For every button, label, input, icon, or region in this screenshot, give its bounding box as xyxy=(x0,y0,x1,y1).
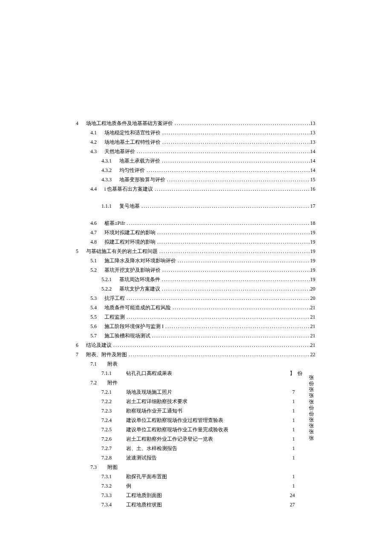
leader-dots xyxy=(176,257,310,264)
item-count: 1 xyxy=(286,454,295,462)
attachment-item: 7.1.1 钻孔孔口高程成果表 】 份 xyxy=(76,369,308,377)
toc-page-number: 19 xyxy=(310,266,315,274)
attachment-item: 7.3.3工程地质剖面图24 xyxy=(76,491,308,499)
leader-dots xyxy=(165,176,310,183)
leader-dots xyxy=(140,202,310,210)
toc-title: 建设单位工程勘察现场作业过程管理查验表 xyxy=(121,416,286,424)
toc-entry: 5.2基坑开挖支护及影响评价19 xyxy=(76,266,315,274)
toc-number: 7.2.2 xyxy=(76,398,121,405)
toc-title: 场地工程地质条件及地基基础方案评价 xyxy=(78,119,173,127)
section-7-3: 7.3 附图 xyxy=(76,463,308,471)
toc-entry: 4.2场地地基土工程特性评价13 xyxy=(76,138,315,146)
toc-title: 建设单位工程勘察现场作业工作量完成验收表 xyxy=(121,426,286,433)
toc-number: 4.4 xyxy=(90,185,97,193)
toc-page-number: 21 xyxy=(310,304,315,311)
toc-page-number: 13 xyxy=(310,138,315,146)
toc-title: 复号地基 xyxy=(112,202,140,210)
toc-page-number: 18 xyxy=(310,219,315,227)
toc-page-number: 19 xyxy=(310,238,315,246)
toc-entry: 5.7施工验槽和现场测试21 xyxy=(76,332,315,340)
toc-page-number: 14 xyxy=(310,166,315,174)
unit-char: 张 xyxy=(309,386,314,392)
attachment-item: 7.2.1场地及现场施工照片7 xyxy=(76,388,308,396)
toc-page-number: 16 xyxy=(310,185,315,193)
toc-number: 4.3 xyxy=(90,148,97,155)
leader-dots xyxy=(156,229,310,236)
toc-title: 工程监测 xyxy=(97,313,125,321)
toc-title: 勘探孔平面布置图 xyxy=(121,473,286,480)
item-count: 】 xyxy=(286,369,295,377)
toc-page-number: 19 xyxy=(310,229,315,236)
toc-number: 7.2.8 xyxy=(76,454,121,462)
toc-title: 抗浮工程 xyxy=(97,294,125,302)
toc-title: 场地及现场施工照片 xyxy=(121,388,286,396)
toc-number: 7.3.3 xyxy=(76,491,121,499)
toc-page-number: 21 xyxy=(310,323,315,330)
toc-title: 地基变形验算与评价 xyxy=(112,176,165,183)
attachment-item: 7.2.2岩土工程详细勘察技术要求1 xyxy=(76,398,308,405)
toc-number: 7.1 xyxy=(76,360,102,368)
toc-entry: 4.3.3地基变形验算与评价15 xyxy=(76,176,315,183)
toc-title: 岩土工程详细勘察技术要求 xyxy=(121,398,286,405)
toc-number: 4.6 xyxy=(90,219,97,227)
toc-number: 4.3.2 xyxy=(101,166,112,174)
toc-title: 基坑支护方案建议 xyxy=(112,285,160,293)
toc-title: 附表 xyxy=(102,360,118,368)
section-7-1: 7.1 附表 xyxy=(76,360,308,368)
leader-dots xyxy=(145,166,310,174)
toc-title: 地基土承载力评价 xyxy=(112,157,160,165)
attachment-item: 7.2.5建设单位工程勘察现场作业工作量完成验收表1 xyxy=(76,426,308,433)
leader-dots xyxy=(153,185,310,193)
unit-char: 张 xyxy=(309,375,314,381)
toc-title: 附图 xyxy=(102,463,118,471)
toc-entry: 5与基础施工有关的岩土工程问题19 xyxy=(76,247,315,255)
toc-page-number: 14 xyxy=(310,148,315,155)
toc-page-number: 19 xyxy=(310,247,315,255)
attachment-item: 7.2.8波速测试报告1 xyxy=(76,454,308,462)
attachment-item: 7.3.2例1 xyxy=(76,482,308,490)
leader-dots xyxy=(161,138,310,146)
toc-number: 7.3 xyxy=(76,463,102,471)
leader-dots xyxy=(171,304,310,311)
leader-dots xyxy=(156,238,310,246)
leader-dots xyxy=(125,313,310,321)
leader-dots xyxy=(173,119,310,127)
toc-entry: 5.2.1基坑周边环境条件19 xyxy=(76,276,315,283)
unit-char: 张 xyxy=(309,417,314,423)
toc-title: 天然地基评价 xyxy=(97,148,135,155)
item-count: 27 xyxy=(286,501,295,509)
toc-title: 场地地基土工程特性评价 xyxy=(97,138,161,146)
unit-char: 张 xyxy=(309,435,314,441)
toc-entry: 5.4地质条件可能造成的工程风险21 xyxy=(76,304,315,311)
toc-title: 施工验槽和现场测试 xyxy=(97,332,150,340)
toc-entry: 4.3.2均匀性评价14 xyxy=(76,166,315,174)
toc-entry: 4.1场地稳定性和适宜性评价13 xyxy=(76,129,315,137)
toc-entry: 5.3抗浮工程20 xyxy=(76,294,315,302)
toc-number: 4.2 xyxy=(90,138,97,146)
toc-page-number: 21 xyxy=(310,341,315,349)
attachment-item: 7.2.4建设单位工程勘察现场作业过程管理查验表1 xyxy=(76,416,308,424)
leader-dots xyxy=(164,323,310,330)
toc-title: 勘察现场作业开工通知书 xyxy=(121,407,286,415)
item-count: 1 xyxy=(286,482,295,490)
attachment-item: 7.3.1勘探孔平面布置图1 xyxy=(76,473,308,480)
toc-number: 5.4 xyxy=(90,304,97,311)
toc-number: 7.2.5 xyxy=(76,426,121,433)
toc-title: 波速测试报告 xyxy=(121,454,286,462)
toc-entry: 6结论及建议21 xyxy=(76,341,315,349)
toc-title: 结论及建议 xyxy=(78,341,112,349)
leader-dots xyxy=(125,294,310,302)
leader-dots xyxy=(150,332,310,340)
toc-number: 7.2.4 xyxy=(76,416,121,424)
unit-char: 份 xyxy=(309,405,314,411)
leader-dots xyxy=(160,276,310,283)
toc-title: 基坑开挖支护及影响评价 xyxy=(97,266,161,274)
unit-char: 张 xyxy=(309,399,314,405)
toc-entry: 4.3天然地基评价14 xyxy=(76,148,315,155)
toc-entry: 5.1施工降水及降水对环境影响评价19 xyxy=(76,257,315,264)
item-count: 1 xyxy=(286,416,295,424)
toc-entry: 1.1.1复号地基17 xyxy=(76,202,315,210)
toc-number: 4.7 xyxy=(90,229,97,236)
unit-char: 份 xyxy=(309,411,314,417)
toc-number: 5.6 xyxy=(90,323,97,330)
